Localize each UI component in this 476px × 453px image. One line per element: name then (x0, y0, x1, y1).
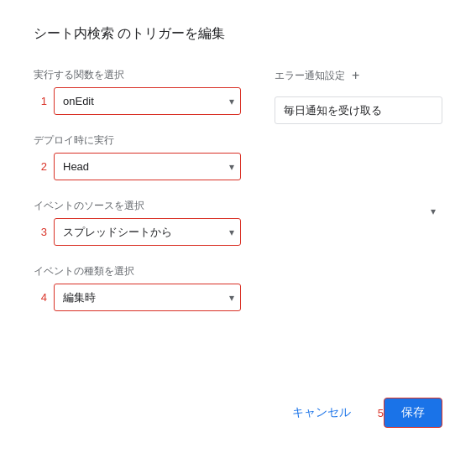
field3-select-wrapper: スプレッドシートから ▾ (54, 218, 241, 246)
row-number-2: 2 (34, 160, 47, 173)
cancel-button[interactable]: キャンセル (282, 398, 361, 427)
save-btn-wrapper: 5 保存 (378, 398, 442, 428)
form-group-3: イベントのソースを選択 3 スプレッドシートから ▾ (34, 199, 241, 246)
main-content: 実行する関数を選択 1 onEdit ▾ デプロイ時に実行 2 (34, 68, 442, 326)
field4-label: イベントの種類を選択 (34, 264, 241, 279)
row-number-4: 4 (34, 291, 47, 304)
form-group-4: イベントの種類を選択 4 編集時 ▾ (34, 264, 241, 311)
field4-select-wrapper: 編集時 ▾ (54, 284, 241, 311)
notification-chevron-icon: ▾ (431, 206, 436, 217)
field1-select[interactable]: onEdit (54, 87, 241, 115)
field2-select[interactable]: Head (54, 153, 241, 180)
field4-select[interactable]: 編集時 (54, 284, 241, 311)
field1-row: 1 onEdit ▾ (34, 87, 241, 115)
error-notification-title: エラー通知設定 (275, 69, 345, 83)
dialog-title: シート内検索 のトリガーを編集 (34, 25, 442, 43)
row-number-1: 1 (34, 95, 47, 107)
field4-row: 4 編集時 ▾ (34, 284, 241, 311)
field3-select[interactable]: スプレッドシートから (54, 218, 241, 246)
notification-select-wrapper: 毎日通知を受け取る ▾ (275, 96, 442, 326)
left-panel: 実行する関数を選択 1 onEdit ▾ デプロイ時に実行 2 (34, 68, 241, 326)
form-group-2: デプロイ時に実行 2 Head ▾ (34, 133, 241, 180)
add-notification-icon[interactable]: + (352, 68, 359, 83)
field3-label: イベントのソースを選択 (34, 199, 241, 213)
save-number: 5 (378, 407, 384, 419)
right-panel: エラー通知設定 + 毎日通知を受け取る ▾ (275, 68, 442, 326)
field1-label: 実行する関数を選択 (34, 68, 241, 82)
notification-select[interactable]: 毎日通知を受け取る (275, 96, 442, 124)
dialog-container: シート内検索 のトリガーを編集 実行する関数を選択 1 onEdit ▾ (0, 0, 476, 453)
field2-row: 2 Head ▾ (34, 153, 241, 180)
field2-label: デプロイ時に実行 (34, 133, 241, 148)
right-header: エラー通知設定 + (275, 68, 442, 83)
save-button[interactable]: 保存 (384, 398, 442, 428)
field2-select-wrapper: Head ▾ (54, 153, 241, 180)
field1-select-wrapper: onEdit ▾ (54, 87, 241, 115)
form-group-1: 実行する関数を選択 1 onEdit ▾ (34, 68, 241, 115)
dialog-footer: キャンセル 5 保存 (282, 398, 442, 428)
row-number-3: 3 (34, 226, 47, 238)
field3-row: 3 スプレッドシートから ▾ (34, 218, 241, 246)
